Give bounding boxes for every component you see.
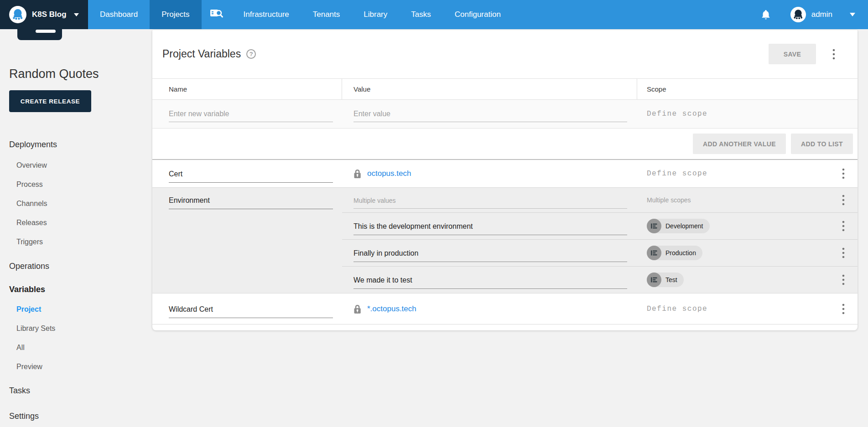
sidebar-section-settings[interactable]: Settings — [0, 406, 152, 426]
octopus-logo-icon — [9, 6, 26, 23]
scope-chip-development[interactable]: Development — [647, 219, 710, 233]
sidebar-item-preview[interactable]: Preview — [0, 357, 152, 376]
nav-tab-script-console[interactable] — [202, 0, 232, 29]
certificate-link[interactable]: octopus.tech — [367, 169, 411, 178]
new-variable-row: Define scope — [152, 100, 858, 129]
variable-value-field[interactable]: Finally in production — [353, 249, 627, 262]
multiple-scopes-summary: Multiple scopes — [647, 196, 691, 204]
environment-icon — [647, 273, 661, 287]
table-header-row: Name Value Scope — [152, 79, 858, 100]
user-name[interactable]: admin — [811, 10, 832, 19]
lock-icon — [353, 304, 361, 314]
variable-group-environment: Environment Multiple values Multiple sco… — [152, 188, 858, 293]
help-icon[interactable]: ? — [246, 49, 256, 59]
scope-chip-production[interactable]: Production — [647, 246, 702, 260]
scope-chip-label: Development — [665, 222, 703, 230]
define-scope-field[interactable]: Define scope — [647, 170, 707, 178]
row-actions-kebab-icon[interactable] — [838, 247, 849, 258]
environment-value-row-development: This is the development environment — [342, 212, 858, 239]
environment-value-row-production: Finally in production Production — [342, 239, 858, 266]
sidebar-item-process[interactable]: Process — [0, 175, 152, 194]
nav-tab-library[interactable]: Library — [352, 0, 399, 29]
nav-tab-tasks[interactable]: Tasks — [399, 0, 442, 29]
notifications-bell-icon[interactable] — [760, 9, 771, 20]
overflow-menu-kebab-icon[interactable] — [828, 49, 839, 60]
sidebar-item-channels[interactable]: Channels — [0, 194, 152, 213]
define-scope-field[interactable]: Define scope — [647, 305, 707, 313]
environment-icon — [647, 246, 661, 260]
nav-tab-infrastructure[interactable]: Infrastructure — [232, 0, 301, 29]
user-menu-chevron-down-icon[interactable] — [850, 13, 855, 16]
page-title: Project Variables — [162, 48, 241, 60]
environment-summary-row: Multiple values Multiple scopes — [342, 188, 858, 212]
row-actions-kebab-icon[interactable] — [838, 274, 849, 285]
scope-chip-label: Production — [665, 249, 696, 257]
sidebar-item-releases[interactable]: Releases — [0, 213, 152, 232]
sidebar-section-deployments[interactable]: Deployments — [0, 135, 152, 154]
lock-icon — [353, 169, 361, 179]
create-release-button[interactable]: CREATE RELEASE — [9, 90, 91, 112]
row-actions-kebab-icon[interactable] — [838, 304, 849, 314]
sidebar-item-overview[interactable]: Overview — [0, 156, 152, 175]
nav-tab-projects[interactable]: Projects — [150, 0, 201, 29]
row-actions-kebab-icon[interactable] — [838, 168, 849, 179]
variable-value-field[interactable]: This is the development environment — [353, 222, 627, 235]
save-button[interactable]: SAVE — [769, 44, 816, 64]
add-buttons-row: ADD ANOTHER VALUE ADD TO LIST — [152, 129, 858, 160]
new-variable-name-input[interactable] — [169, 110, 333, 122]
project-switcher-label: K8S Blog — [32, 10, 67, 19]
chevron-down-icon — [74, 13, 79, 16]
search-console-icon — [210, 8, 223, 21]
nav-right-cluster: admin — [760, 0, 868, 29]
nav-tab-tenants[interactable]: Tenants — [301, 0, 352, 29]
sidebar-section-tasks[interactable]: Tasks — [0, 381, 152, 400]
card-header: Project Variables ? SAVE — [152, 30, 858, 79]
project-logo — [17, 25, 62, 40]
environment-value-row-test: We made it to test Test — [342, 266, 858, 293]
sidebar-item-project-variables[interactable]: Project — [0, 300, 152, 319]
column-header-value: Value — [342, 79, 637, 99]
new-variable-value-input[interactable] — [353, 110, 627, 122]
sidebar-nav: Deployments Overview Process Channels Re… — [0, 135, 152, 426]
project-sidebar: Random Quotes CREATE RELEASE Deployments… — [0, 29, 152, 427]
sensitive-value-field[interactable]: octopus.tech — [353, 169, 411, 179]
variable-name-field[interactable]: Wildcard Cert — [169, 305, 333, 318]
column-header-name: Name — [152, 79, 342, 99]
variable-row-wildcard-cert: Wildcard Cert *.octopus.tech Define scop… — [152, 293, 858, 324]
row-actions-kebab-icon[interactable] — [838, 221, 849, 232]
variable-value-field[interactable]: We made it to test — [353, 276, 627, 289]
nav-tabs: Dashboard Projects Infrastructure Tenant… — [88, 0, 513, 29]
sidebar-item-all-variables[interactable]: All — [0, 338, 152, 357]
project-variables-card: Project Variables ? SAVE Name Value Scop… — [152, 30, 858, 330]
nav-tab-dashboard[interactable]: Dashboard — [88, 0, 150, 29]
define-scope-field[interactable]: Define scope — [647, 110, 707, 118]
sidebar-item-library-sets[interactable]: Library Sets — [0, 319, 152, 338]
certificate-link[interactable]: *.octopus.tech — [367, 304, 416, 314]
variable-name-field[interactable]: Cert — [169, 170, 333, 183]
multiple-values-summary[interactable]: Multiple values — [353, 197, 627, 209]
project-name-heading: Random Quotes — [9, 67, 99, 81]
sidebar-item-triggers[interactable]: Triggers — [0, 232, 152, 252]
sidebar-section-operations[interactable]: Operations — [0, 257, 152, 276]
project-logo-detail — [36, 30, 56, 33]
variable-name-field[interactable]: Environment — [169, 196, 333, 209]
add-another-value-button[interactable]: ADD ANOTHER VALUE — [693, 134, 786, 154]
sidebar-section-variables[interactable]: Variables — [0, 280, 152, 299]
user-avatar[interactable] — [790, 7, 806, 22]
sensitive-value-field[interactable]: *.octopus.tech — [353, 304, 416, 314]
environment-icon — [647, 219, 661, 233]
row-actions-kebab-icon[interactable] — [838, 195, 849, 206]
top-nav: K8S Blog Dashboard Projects Infrastructu… — [0, 0, 868, 29]
variable-row-cert: Cert octopus.tech Define scope — [152, 160, 858, 188]
nav-tab-configuration[interactable]: Configuration — [443, 0, 513, 29]
add-to-list-button[interactable]: ADD TO LIST — [791, 134, 853, 154]
column-header-scope: Scope — [637, 79, 829, 99]
scope-chip-label: Test — [665, 276, 677, 283]
scope-chip-test[interactable]: Test — [647, 273, 684, 287]
